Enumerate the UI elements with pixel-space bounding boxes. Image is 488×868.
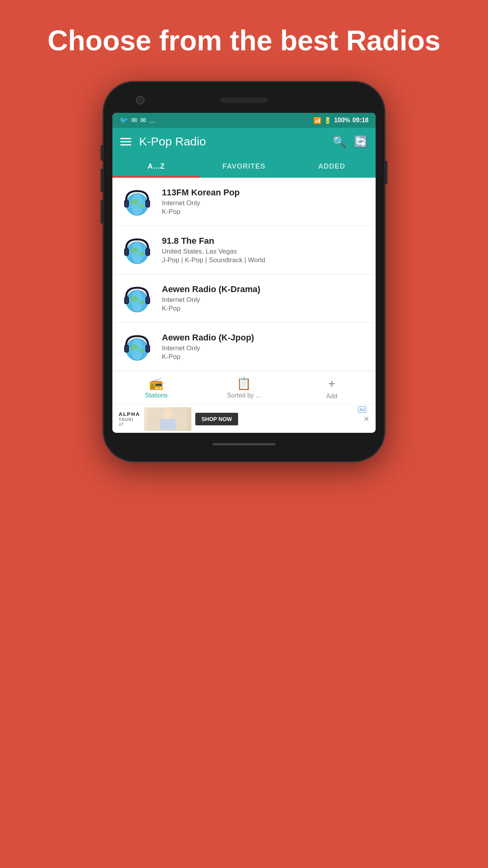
- svg-point-34: [130, 344, 138, 350]
- stations-icon: 📻: [149, 377, 163, 390]
- ad-close-button[interactable]: ✕: [363, 415, 369, 423]
- status-left: 🐦 ✉ ✉ ...: [119, 116, 155, 125]
- station-list: 113FM Korean Pop Internet Only K-Pop: [112, 178, 376, 371]
- station-info: Aewen Radio (K-Jpop) Internet Only K-Pop: [162, 333, 369, 361]
- station-icon: [119, 184, 155, 219]
- clock: 09:18: [352, 117, 369, 124]
- ad-image: [144, 407, 191, 431]
- earpiece-speaker: [220, 97, 268, 103]
- phone-bottom-bar: [112, 438, 376, 450]
- station-name: Aewen Radio (K-Jpop): [162, 333, 369, 343]
- power-button: [384, 161, 387, 184]
- svg-point-25: [139, 300, 144, 304]
- station-name: Aewen Radio (K-Drama): [162, 284, 369, 294]
- menu-line-3: [120, 144, 131, 145]
- ad-logo: ALPHA TAURI αT: [119, 412, 140, 426]
- svg-point-4: [130, 199, 138, 205]
- station-name: 113FM Korean Pop: [162, 188, 369, 198]
- mail-icon-2: ✉: [140, 116, 146, 125]
- app-bar: K-Pop Radio 🔍 🔄: [112, 128, 376, 155]
- svg-rect-29: [146, 297, 149, 303]
- svg-point-5: [139, 204, 144, 208]
- svg-point-24: [130, 296, 138, 302]
- station-item[interactable]: Aewen Radio (K-Jpop) Internet Only K-Pop: [112, 323, 376, 371]
- refresh-icon[interactable]: 🔄: [354, 135, 368, 148]
- tab-added[interactable]: ADDED: [288, 155, 376, 178]
- svg-point-15: [139, 252, 144, 256]
- volume-down-button: [101, 169, 104, 192]
- station-location: Internet Only: [162, 344, 369, 352]
- tab-az[interactable]: A...Z: [112, 155, 200, 178]
- sorted-by-icon: 📋: [237, 377, 251, 390]
- nav-add[interactable]: + Add: [288, 371, 376, 405]
- station-location: United States, Las Vegas: [162, 248, 369, 256]
- home-indicator: [213, 443, 275, 445]
- station-info: 113FM Korean Pop Internet Only K-Pop: [162, 188, 369, 216]
- wifi-icon: 📶: [314, 117, 321, 124]
- svg-point-35: [139, 349, 144, 353]
- stations-label: Stations: [145, 392, 168, 399]
- svg-rect-19: [146, 249, 149, 255]
- battery-icon: 🔋: [324, 117, 332, 124]
- ad-badge: Ad: [358, 406, 366, 413]
- add-icon: +: [328, 377, 336, 391]
- shop-now-button[interactable]: SHOP NOW: [195, 413, 238, 425]
- station-icon: [119, 232, 155, 268]
- phone-shell: 🐦 ✉ ✉ ... 📶 🔋 100% 09:18: [103, 81, 385, 462]
- station-info: Aewen Radio (K-Drama) Internet Only K-Po…: [162, 284, 369, 313]
- mail-icon-1: ✉: [131, 116, 137, 125]
- svg-rect-28: [125, 297, 128, 303]
- sorted-by-label: Sorted by ...: [227, 392, 261, 399]
- nav-stations[interactable]: 📻 Stations: [112, 371, 200, 405]
- battery-percentage: 100%: [334, 117, 350, 124]
- phone-screen: 🐦 ✉ ✉ ... 📶 🔋 100% 09:18: [112, 113, 376, 433]
- silent-button: [101, 200, 104, 224]
- page-wrapper: Choose from the best Radios 🐦 ✉ ✉ ...: [0, 0, 488, 868]
- station-genre: K-Pop: [162, 305, 369, 313]
- svg-rect-39: [146, 346, 149, 352]
- station-icon: [119, 329, 155, 364]
- ad-banner: ALPHA TAURI αT SHOP NOW: [112, 405, 376, 433]
- phone-top-bar: [112, 93, 376, 107]
- svg-point-41: [163, 408, 172, 419]
- station-name: 91.8 The Fan: [162, 236, 369, 246]
- page-headline: Choose from the best Radios: [24, 24, 464, 57]
- station-genre: K-Pop: [162, 353, 369, 361]
- station-location: Internet Only: [162, 199, 369, 207]
- twitter-icon: 🐦: [119, 116, 128, 125]
- volume-up-button: [101, 145, 104, 161]
- svg-rect-9: [146, 200, 149, 207]
- front-camera: [136, 96, 145, 105]
- station-location: Internet Only: [162, 296, 369, 304]
- station-item[interactable]: Aewen Radio (K-Drama) Internet Only K-Po…: [112, 274, 376, 323]
- station-item[interactable]: 113FM Korean Pop Internet Only K-Pop: [112, 178, 376, 226]
- app-title: K-Pop Radio: [139, 135, 325, 148]
- ad-content: ALPHA TAURI αT SHOP NOW: [119, 407, 360, 431]
- menu-line-2: [120, 141, 131, 142]
- menu-line-1: [120, 138, 131, 139]
- station-icon: [119, 281, 155, 316]
- nav-sorted-by[interactable]: 📋 Sorted by ...: [200, 371, 288, 405]
- more-icon: ...: [149, 116, 155, 125]
- tab-bar: A...Z FAVORITES ADDED: [112, 155, 376, 178]
- bottom-nav: 📻 Stations 📋 Sorted by ... + Add: [112, 371, 376, 405]
- add-label: Add: [326, 393, 337, 400]
- tab-favorites[interactable]: FAVORITES: [200, 155, 288, 178]
- svg-rect-8: [125, 200, 128, 207]
- app-bar-actions: 🔍 🔄: [332, 135, 368, 148]
- station-genre: K-Pop: [162, 208, 369, 216]
- station-info: 91.8 The Fan United States, Las Vegas J-…: [162, 236, 369, 264]
- menu-button[interactable]: [120, 138, 131, 145]
- station-item[interactable]: 91.8 The Fan United States, Las Vegas J-…: [112, 226, 376, 274]
- station-genre: J-Pop | K-Pop | Soundtrack | World: [162, 256, 369, 264]
- svg-point-14: [130, 248, 138, 253]
- status-right: 📶 🔋 100% 09:18: [314, 117, 369, 124]
- search-icon[interactable]: 🔍: [332, 135, 346, 148]
- svg-rect-42: [160, 419, 176, 430]
- status-bar: 🐦 ✉ ✉ ... 📶 🔋 100% 09:18: [112, 113, 376, 128]
- svg-rect-38: [125, 346, 128, 352]
- svg-rect-18: [125, 249, 128, 255]
